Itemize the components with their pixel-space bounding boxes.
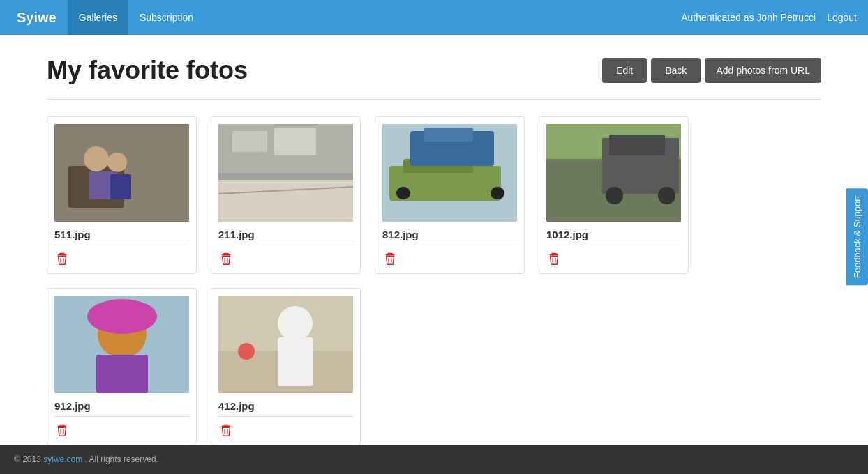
delete-photo-button[interactable] — [382, 251, 517, 266]
photo-divider — [54, 416, 189, 417]
svg-rect-13 — [274, 128, 316, 155]
photo-divider — [382, 245, 517, 245]
photo-thumbnail[interactable] — [546, 124, 681, 222]
photo-card: 912.jpg — [47, 288, 197, 445]
photo-card: 812.jpg — [375, 116, 525, 274]
photo-thumbnail[interactable] — [218, 296, 353, 393]
photo-name: 1012.jpg — [546, 229, 681, 240]
trash-icon — [546, 251, 562, 266]
svg-rect-55 — [222, 426, 231, 427]
nav-subscription[interactable]: Subscription — [128, 0, 204, 35]
svg-rect-28 — [386, 254, 395, 256]
trash-icon — [382, 251, 398, 266]
delete-photo-button[interactable] — [218, 251, 353, 266]
svg-rect-38 — [550, 254, 559, 256]
trash-icon — [54, 251, 70, 266]
header-divider — [47, 99, 821, 100]
photo-name: 511.jpg — [54, 229, 189, 240]
photo-thumbnail[interactable] — [382, 124, 517, 222]
svg-rect-6 — [59, 253, 64, 254]
svg-rect-26 — [424, 128, 473, 142]
delete-photo-button[interactable] — [218, 422, 353, 438]
footer-rights: . All rights reserved. — [85, 454, 158, 464]
svg-point-43 — [87, 299, 157, 334]
back-button[interactable]: Back — [651, 58, 701, 83]
svg-rect-35 — [606, 187, 623, 204]
svg-rect-7 — [58, 254, 67, 256]
photo-card: 511.jpg — [47, 116, 197, 274]
brand-logo[interactable]: Syiwe — [11, 0, 68, 35]
auth-text: Authenticated as Jonh Petrucci — [681, 12, 816, 23]
svg-rect-45 — [59, 425, 64, 426]
svg-rect-27 — [387, 253, 392, 254]
svg-rect-54 — [223, 425, 228, 426]
svg-rect-12 — [232, 131, 267, 152]
photo-divider — [546, 245, 681, 245]
svg-rect-23 — [396, 187, 410, 199]
photo-name: 812.jpg — [382, 229, 517, 240]
main-content: My favorite fotos Edit Back Add photos f… — [33, 35, 835, 466]
navbar-right: Authenticated as Jonh Petrucci Logout — [681, 12, 857, 23]
delete-photo-button[interactable] — [546, 251, 681, 266]
svg-rect-52 — [278, 337, 313, 386]
svg-rect-5 — [110, 174, 131, 199]
add-photos-button[interactable]: Add photos from URL — [705, 58, 821, 83]
photo-card: 1012.jpg — [539, 116, 689, 274]
photo-divider — [218, 245, 353, 245]
delete-photo-button[interactable] — [54, 251, 189, 266]
svg-point-3 — [107, 153, 127, 172]
nav-galleries[interactable]: Galleries — [68, 0, 128, 35]
footer: © 2013 syiwe.com . All rights reserved. — [0, 445, 868, 474]
photo-name: 211.jpg — [218, 229, 353, 240]
photo-thumbnail[interactable] — [54, 124, 189, 222]
photo-thumbnail[interactable] — [218, 124, 353, 222]
trash-icon — [218, 251, 234, 266]
navbar-left: Syiwe Galleries Subscription — [11, 0, 204, 35]
svg-rect-46 — [58, 426, 67, 427]
svg-point-51 — [278, 306, 313, 341]
photo-divider — [54, 245, 189, 245]
trash-icon — [218, 422, 234, 438]
svg-rect-16 — [223, 253, 228, 254]
svg-rect-37 — [551, 253, 556, 254]
trash-icon — [54, 422, 70, 438]
delete-photo-button[interactable] — [54, 422, 189, 438]
footer-copyright: © 2013 — [14, 454, 41, 464]
photo-divider — [218, 416, 353, 417]
photo-name: 912.jpg — [54, 400, 189, 412]
photo-grid: 511.jpg 211.jpg 812.jpg 1012.jpg 912.jpg… — [47, 116, 821, 445]
svg-point-2 — [84, 146, 109, 171]
svg-rect-44 — [96, 355, 148, 393]
feedback-tab[interactable]: Feedback & Support — [846, 189, 868, 286]
svg-rect-36 — [658, 187, 675, 204]
logout-link[interactable]: Logout — [827, 12, 857, 23]
photo-card: 412.jpg — [211, 288, 361, 445]
footer-site-link[interactable]: syiwe.com — [43, 454, 82, 464]
svg-rect-34 — [609, 135, 665, 155]
gallery-header: My favorite fotos Edit Back Add photos f… — [47, 56, 821, 85]
photo-card: 211.jpg — [211, 116, 361, 274]
gallery-title: My favorite fotos — [47, 56, 248, 85]
feedback-wrapper[interactable]: Feedback & Support — [846, 189, 868, 286]
header-buttons: Edit Back Add photos from URL — [602, 58, 821, 83]
photo-name: 412.jpg — [218, 400, 353, 412]
edit-button[interactable]: Edit — [602, 58, 647, 83]
navbar: Syiwe Galleries Subscription Authenticat… — [0, 0, 868, 35]
svg-point-53 — [238, 343, 255, 360]
svg-rect-24 — [491, 187, 504, 199]
photo-thumbnail[interactable] — [54, 296, 189, 393]
svg-rect-17 — [222, 254, 231, 256]
svg-rect-14 — [218, 180, 353, 222]
